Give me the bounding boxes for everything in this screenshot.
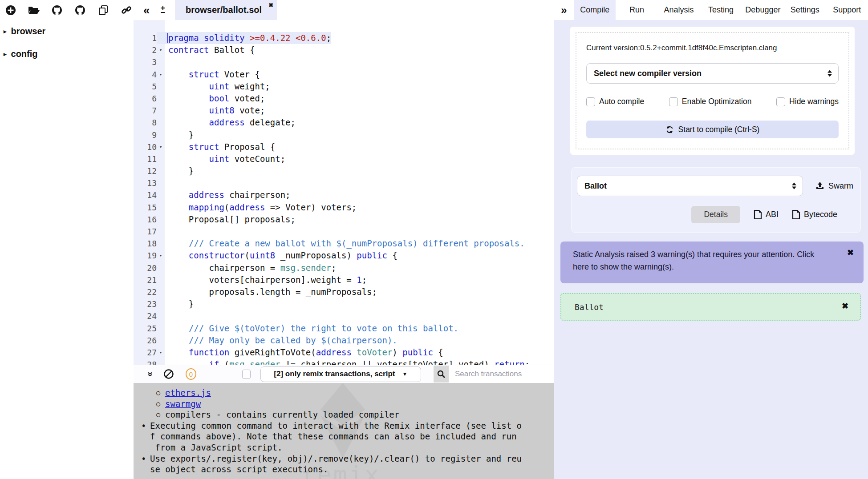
code-text[interactable]: address delegate; (165, 117, 296, 129)
close-icon[interactable]: ✖ (842, 301, 848, 311)
code-line-17[interactable]: 17 (134, 225, 554, 237)
code-line-14[interactable]: 14 address chairperson; (134, 189, 554, 201)
code-text[interactable]: struct Voter { (165, 68, 260, 81)
hide-warnings-checkbox[interactable]: Hide warnings (776, 97, 839, 106)
bytecode-copy-button[interactable]: Bytecode (792, 210, 837, 219)
code-text[interactable]: voters[chairperson].weight = 1; (165, 274, 367, 286)
fold-arrow-icon[interactable]: ▾ (157, 68, 165, 81)
search-icon[interactable] (434, 366, 449, 382)
publish-swarm-button[interactable]: Swarm (815, 181, 853, 191)
enable-optimization-checkbox[interactable]: Enable Optimization (669, 97, 752, 106)
tab-ballot-sol[interactable]: browser/ballot.sol ✖ (175, 0, 277, 20)
code-text[interactable]: proposals.length = _numProposals; (165, 286, 377, 298)
details-button[interactable]: Details (691, 206, 740, 223)
close-icon[interactable]: ✖ (847, 248, 854, 258)
code-line-1[interactable]: 1pragma solidity >=0.4.22 <0.6.0; (134, 32, 554, 44)
code-text[interactable]: if (msg.sender != chairperson || voters[… (165, 358, 530, 365)
sidebar-item-browser[interactable]: ▸ browser (0, 20, 134, 43)
tab-testing[interactable]: Testing (700, 0, 742, 20)
code-editor[interactable]: 1pragma solidity >=0.4.22 <0.6.0;2▾contr… (134, 20, 554, 365)
tab-close-icon[interactable]: ✖ (268, 2, 273, 8)
fold-arrow-icon[interactable]: ▾ (157, 346, 165, 358)
code-text[interactable]: function giveRightToVote(address toVoter… (165, 346, 443, 358)
circle-plus-icon[interactable] (4, 4, 17, 16)
code-text[interactable]: Proposal[] proposals; (165, 213, 296, 225)
code-text[interactable]: /// Create a new ballot with $(_numPropo… (165, 237, 525, 250)
code-text[interactable]: uint weight; (165, 81, 270, 93)
code-text[interactable]: pragma solidity >=0.4.22 <0.6.0; (165, 32, 331, 44)
fold-arrow-icon[interactable]: ▾ (157, 250, 165, 262)
abi-copy-button[interactable]: ABI (754, 210, 779, 219)
listen-network-checkbox[interactable] (242, 370, 251, 379)
open-folder-icon[interactable] (28, 4, 40, 16)
code-line-10[interactable]: 10▾ struct Proposal { (134, 141, 554, 153)
code-text[interactable]: /// May only be called by $(chairperson)… (165, 334, 397, 346)
code-text[interactable]: constructor(uint8 _numProposals) public … (165, 250, 397, 262)
code-line-21[interactable]: 21 voters[chairperson].weight = 1; (134, 274, 554, 286)
code-line-19[interactable]: 19▾ constructor(uint8 _numProposals) pub… (134, 250, 554, 262)
sidebar-item-config[interactable]: ▸ config (0, 43, 134, 65)
code-line-3[interactable]: 3 (134, 56, 554, 68)
code-text[interactable]: bool voted; (165, 93, 265, 105)
tab-debugger[interactable]: Debugger (742, 0, 784, 20)
code-line-2[interactable]: 2▾contract Ballot { (134, 44, 554, 56)
code-line-24[interactable]: 24 (134, 310, 554, 322)
code-text[interactable]: contract Ballot { (165, 44, 255, 56)
code-text[interactable] (165, 310, 168, 322)
compiler-version-select[interactable]: Select new compiler version (586, 63, 839, 84)
code-text[interactable]: struct Proposal { (165, 141, 275, 153)
code-line-11[interactable]: 11 uint voteCount; (134, 153, 554, 165)
checkbox-box[interactable] (586, 97, 595, 106)
code-text[interactable]: uint8 vote; (165, 105, 265, 117)
terminal-output[interactable]: remix ○ethers.js○swarmgw○compilers - con… (134, 383, 554, 479)
tab-compile[interactable]: Compile (574, 0, 616, 20)
code-line-9[interactable]: 9 } (134, 129, 554, 141)
code-text[interactable] (165, 225, 168, 237)
code-line-4[interactable]: 4▾ struct Voter { (134, 68, 554, 81)
tab-settings[interactable]: Settings (784, 0, 826, 20)
copy-files-icon[interactable] (97, 4, 110, 16)
github-alt-icon[interactable] (74, 4, 86, 16)
font-size-icon[interactable]: +− (160, 6, 165, 15)
search-transactions-input[interactable] (449, 365, 554, 383)
code-line-28[interactable]: 28 if (msg.sender != chairperson || vote… (134, 358, 554, 365)
checkbox-box[interactable] (776, 97, 785, 106)
code-text[interactable]: } (165, 298, 194, 310)
auto-compile-checkbox[interactable]: Auto compile (586, 97, 644, 106)
code-text[interactable]: uint voteCount; (165, 153, 285, 165)
collapse-left-icon[interactable]: « (143, 4, 150, 16)
code-line-8[interactable]: 8 address delegate; (134, 117, 554, 129)
code-line-6[interactable]: 6 bool voted; (134, 93, 554, 105)
code-text[interactable]: } (165, 129, 194, 141)
code-text[interactable]: chairperson = msg.sender; (165, 262, 337, 274)
start-compile-button[interactable]: Start to compile (Ctrl-S) (586, 121, 839, 138)
code-line-26[interactable]: 26 /// May only be called by $(chairpers… (134, 334, 554, 346)
clear-console-icon[interactable] (163, 369, 174, 379)
tab-run[interactable]: Run (616, 0, 657, 20)
terminal-link[interactable]: ethers.js (165, 387, 211, 398)
code-line-15[interactable]: 15 mapping(address => Voter) voters; (134, 201, 554, 213)
code-text[interactable]: mapping(address => Voter) voters; (165, 201, 357, 213)
code-line-5[interactable]: 5 uint weight; (134, 81, 554, 93)
pending-tx-badge[interactable]: 0 (186, 368, 196, 380)
code-line-25[interactable]: 25 /// Give $(toVoter) the right to vote… (134, 322, 554, 334)
contract-select[interactable]: Ballot (577, 176, 803, 196)
code-line-27[interactable]: 27▾ function giveRightToVote(address toV… (134, 346, 554, 358)
expand-panel-icon[interactable]: » (554, 4, 574, 16)
code-line-18[interactable]: 18 /// Create a new ballot with $(_numPr… (134, 237, 554, 250)
code-text[interactable] (165, 177, 168, 189)
tab-analysis[interactable]: Analysis (658, 0, 700, 20)
code-text[interactable] (165, 56, 168, 68)
github-icon[interactable] (51, 4, 63, 16)
code-line-22[interactable]: 22 proposals.length = _numProposals; (134, 286, 554, 298)
static-analysis-warning[interactable]: Static Analysis raised 3 warning(s) that… (560, 242, 864, 283)
code-line-12[interactable]: 12 } (134, 165, 554, 177)
fold-arrow-icon[interactable]: ▾ (157, 141, 165, 153)
code-line-20[interactable]: 20 chairperson = msg.sender; (134, 262, 554, 274)
code-line-16[interactable]: 16 Proposal[] proposals; (134, 213, 554, 225)
code-line-13[interactable]: 13 (134, 177, 554, 189)
link-icon[interactable] (120, 4, 133, 16)
code-line-7[interactable]: 7 uint8 vote; (134, 105, 554, 117)
code-text[interactable]: } (165, 165, 194, 177)
tab-support[interactable]: Support (826, 0, 868, 20)
